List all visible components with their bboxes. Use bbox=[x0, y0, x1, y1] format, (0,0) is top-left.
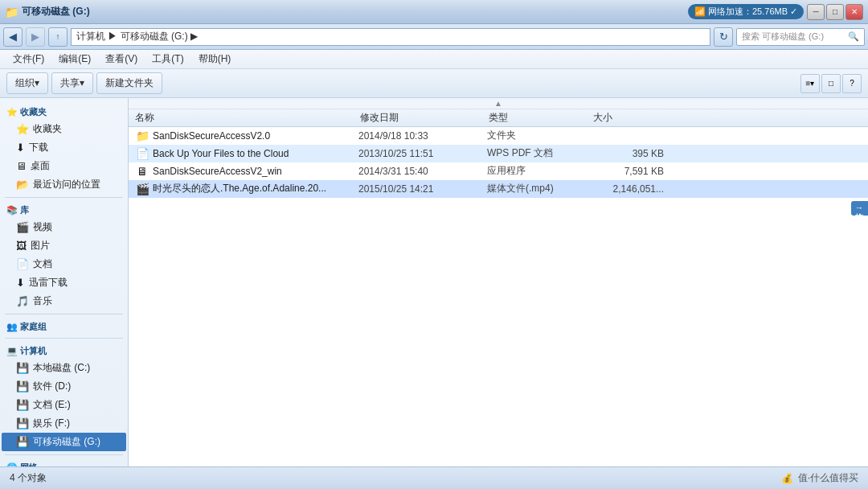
file-type: 文件夹 bbox=[487, 129, 592, 142]
file-name: 时光尽头的恋人.The.Age.of.Adaline.20... bbox=[149, 182, 358, 195]
network-sidebar-icon: 🌐 bbox=[6, 462, 18, 466]
up-button[interactable]: ↑ bbox=[48, 27, 68, 47]
sidebar-network: 🌐 网络 bbox=[0, 458, 128, 466]
library-icon: 📚 bbox=[6, 205, 18, 216]
sidebar-item-music[interactable]: 🎵 音乐 bbox=[2, 292, 126, 310]
statusbar: 4 个对象 💰 值·什么值得买 bbox=[0, 466, 868, 489]
sidebar-item-drive-d[interactable]: 💾 软件 (D:) bbox=[2, 377, 126, 396]
menu-help[interactable]: 帮助(H) bbox=[192, 51, 238, 68]
menubar: 文件(F) 编辑(E) 查看(V) 工具(T) 帮助(H) bbox=[0, 50, 868, 69]
video-file-icon: 🎬 bbox=[135, 183, 149, 195]
recent-icon: 📂 bbox=[16, 179, 29, 191]
file-list: 📁 SanDiskSecureAccessV2.0 2014/9/18 10:3… bbox=[129, 127, 868, 466]
menu-file[interactable]: 文件(F) bbox=[6, 51, 51, 68]
file-type: WPS PDF 文档 bbox=[487, 146, 592, 160]
star-icon: ⭐ bbox=[16, 123, 29, 135]
network-check: ✓ bbox=[790, 6, 797, 17]
menu-view[interactable]: 查看(V) bbox=[99, 51, 144, 68]
file-row[interactable]: 🎬 时光尽头的恋人.The.Age.of.Adaline.20... 2015/… bbox=[129, 180, 868, 198]
sidebar-item-videos[interactable]: 🎬 视频 bbox=[2, 218, 126, 236]
col-header-date[interactable]: 修改日期 bbox=[360, 111, 489, 125]
file-row[interactable]: 📁 SanDiskSecureAccessV2.0 2014/9/18 10:3… bbox=[129, 127, 868, 145]
forward-button[interactable]: ▶ bbox=[26, 27, 45, 47]
status-brand-icon: 💰 bbox=[781, 473, 793, 484]
picture-icon: 🖼 bbox=[16, 240, 27, 252]
share-button[interactable]: 共享▾ bbox=[51, 72, 93, 94]
sidebar-favorites: ⭐ 收藏夹 ⭐ 收藏夹 ⬇ 下载 🖥 桌面 📂 最近访问的位置 bbox=[0, 103, 128, 194]
pdf-icon: 📄 bbox=[135, 147, 149, 160]
sidebar-computer-header: 💻 计算机 bbox=[0, 342, 128, 359]
window-icon: 📁 bbox=[5, 6, 18, 18]
sidebar-item-drive-c[interactable]: 💾 本地磁盘 (C:) bbox=[2, 359, 126, 377]
drive-g-icon: 💾 bbox=[16, 436, 29, 448]
view-list-button[interactable]: ≡▾ bbox=[800, 74, 820, 93]
sidebar-item-favorites[interactable]: ⭐ 收藏夹 bbox=[2, 120, 126, 138]
help-button[interactable]: ? bbox=[842, 74, 862, 93]
file-name: SanDiskSecureAccessV2_win bbox=[149, 166, 358, 177]
toolbar: 组织▾ 共享▾ 新建文件夹 ≡▾ □ ? bbox=[0, 69, 868, 98]
drive-f-icon: 💾 bbox=[16, 417, 29, 429]
titlebar-controls: ─ □ ✕ bbox=[807, 4, 863, 20]
desktop-icon: 🖥 bbox=[16, 160, 27, 172]
file-row[interactable]: 🖥 SanDiskSecureAccessV2_win 2014/3/31 15… bbox=[129, 162, 868, 180]
new-folder-button[interactable]: 新建文件夹 bbox=[96, 72, 162, 94]
homegroup-icon: 👥 bbox=[6, 322, 18, 332]
titlebar: 📁 可移动磁盘 (G:) 📶 网络加速：25.76MB ✓ ─ □ ✕ bbox=[0, 0, 868, 24]
view-icons: ≡▾ □ ? bbox=[800, 74, 862, 93]
search-icon: 🔍 bbox=[848, 31, 859, 42]
organize-button[interactable]: 组织▾ bbox=[6, 72, 48, 94]
sidebar-divider-1 bbox=[5, 197, 123, 198]
minimize-button[interactable]: ─ bbox=[807, 4, 825, 20]
sidebar-item-documents[interactable]: 📄 文档 bbox=[2, 255, 126, 273]
sidebar-divider-2 bbox=[5, 314, 123, 314]
sidebar-divider-4 bbox=[5, 454, 123, 455]
sidebar-item-drive-f[interactable]: 💾 娱乐 (F:) bbox=[2, 414, 126, 433]
search-box[interactable]: 搜索 可移动磁盘 (G:) 🔍 bbox=[736, 28, 865, 46]
download-icon: ⬇ bbox=[16, 142, 25, 154]
sidebar-item-thunder[interactable]: ⬇ 迅雷下载 bbox=[2, 273, 126, 292]
sidebar-favorites-header: ⭐ 收藏夹 bbox=[0, 103, 128, 120]
content-area: ▲ 名称 修改日期 类型 大小 📁 SanDiskSecureAccessV2.… bbox=[129, 98, 868, 466]
file-name: SanDiskSecureAccessV2.0 bbox=[149, 130, 358, 142]
cloud-hint[interactable]: 拖拽上↑ bbox=[851, 201, 868, 216]
video-icon: 🎬 bbox=[16, 221, 29, 233]
thunder-icon: ⬇ bbox=[16, 277, 25, 289]
file-date: 2014/3/31 15:40 bbox=[358, 166, 487, 177]
refresh-button[interactable]: ↻ bbox=[714, 27, 733, 47]
sidebar: ⭐ 收藏夹 ⭐ 收藏夹 ⬇ 下载 🖥 桌面 📂 最近访问的位置 bbox=[0, 98, 129, 466]
sidebar-item-desktop[interactable]: 🖥 桌面 bbox=[2, 157, 126, 175]
path-text: 计算机 ▶ 可移动磁盘 (G:) ▶ bbox=[76, 30, 198, 43]
file-size: 7,591 KB bbox=[592, 166, 664, 177]
maximize-button[interactable]: □ bbox=[826, 4, 844, 20]
status-count: 4 个对象 bbox=[10, 471, 47, 485]
file-row[interactable]: 📄 Back Up Your Files to the Cloud 2013/1… bbox=[129, 145, 868, 162]
file-size: 2,146,051... bbox=[592, 183, 664, 195]
col-header-size[interactable]: 大小 bbox=[593, 111, 665, 125]
sidebar-homegroup-header: 👥 家庭组 bbox=[0, 318, 128, 335]
titlebar-left: 📁 可移动磁盘 (G:) bbox=[5, 5, 90, 18]
sidebar-item-downloads[interactable]: ⬇ 下载 bbox=[2, 138, 126, 157]
drive-c-icon: 💾 bbox=[16, 362, 29, 374]
sidebar-computer: 💻 计算机 💾 本地磁盘 (C:) 💾 软件 (D:) 💾 文档 (E:) 💾 … bbox=[0, 342, 128, 451]
sidebar-item-drive-g[interactable]: 💾 可移动磁盘 (G:) bbox=[2, 433, 126, 451]
window-title: 可移动磁盘 (G:) bbox=[22, 5, 90, 18]
search-placeholder: 搜索 可移动磁盘 (G:) bbox=[742, 31, 824, 43]
app-icon: 🖥 bbox=[135, 165, 149, 178]
close-button[interactable]: ✕ bbox=[845, 4, 863, 20]
menu-tools[interactable]: 工具(T) bbox=[145, 51, 190, 68]
network-widget: 📶 网络加速：25.76MB ✓ bbox=[688, 4, 804, 19]
address-path[interactable]: 计算机 ▶ 可移动磁盘 (G:) ▶ bbox=[71, 28, 710, 46]
col-header-name[interactable]: 名称 bbox=[135, 111, 360, 125]
music-icon: 🎵 bbox=[16, 295, 29, 307]
document-icon: 📄 bbox=[16, 258, 29, 270]
network-icon: 📶 bbox=[694, 6, 706, 17]
sidebar-item-drive-e[interactable]: 💾 文档 (E:) bbox=[2, 396, 126, 414]
col-header-type[interactable]: 类型 bbox=[489, 111, 593, 125]
sidebar-item-recent[interactable]: 📂 最近访问的位置 bbox=[2, 175, 126, 194]
sidebar-item-pictures[interactable]: 🖼 图片 bbox=[2, 236, 126, 255]
column-headers: 名称 修改日期 类型 大小 bbox=[129, 109, 868, 127]
file-date: 2014/9/18 10:33 bbox=[358, 130, 487, 142]
back-button[interactable]: ◀ bbox=[3, 27, 23, 47]
view-icon-button[interactable]: □ bbox=[821, 74, 841, 93]
menu-edit[interactable]: 编辑(E) bbox=[52, 51, 97, 68]
